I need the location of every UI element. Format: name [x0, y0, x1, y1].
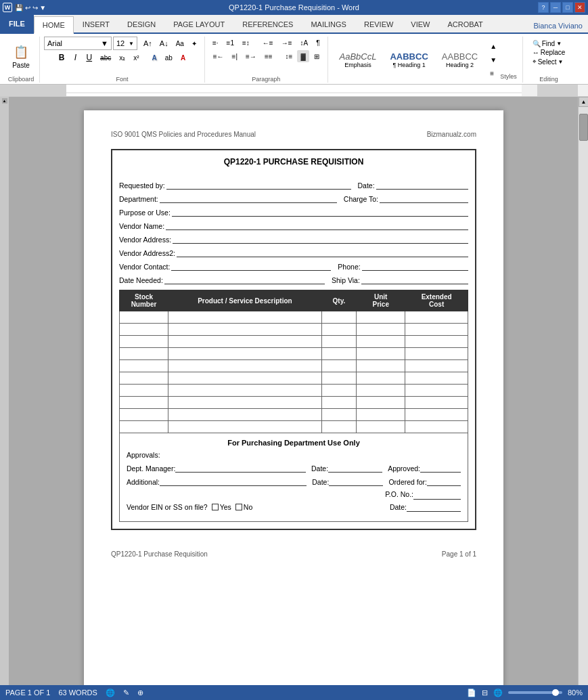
styles-more[interactable]: ≡ [487, 67, 500, 79]
table-cell [321, 360, 357, 372]
col-stock-number: StockNumber [120, 290, 168, 311]
label-requested-by: Requested by: [119, 181, 165, 190]
text-highlight-btn[interactable]: ab [162, 51, 176, 64]
table-cell [168, 409, 322, 421]
align-right-btn[interactable]: ≡→ [242, 50, 260, 62]
font-color-btn[interactable]: A [177, 51, 189, 64]
tab-view[interactable]: VIEW [402, 15, 438, 32]
table-cell [405, 348, 468, 360]
content-area: ISO 9001 QMS Policies and Procedures Man… [9, 97, 578, 700]
font-size-box[interactable]: 12 ▼ [113, 37, 137, 50]
label-vendor-contact: Vendor Contact: [119, 263, 170, 271]
page-up-btn[interactable]: ▲ [2, 98, 7, 104]
view-web-btn[interactable]: 🌐 [493, 688, 503, 697]
ruler-margin-left [0, 85, 66, 96]
increase-indent-btn[interactable]: →≡ [278, 37, 296, 49]
align-center-btn[interactable]: ≡| [229, 50, 241, 62]
justify-btn[interactable]: ≡≡ [261, 50, 276, 62]
help-btn[interactable]: ? [538, 2, 549, 13]
table-cell [357, 324, 405, 336]
sort-btn[interactable]: ↕A [296, 37, 311, 49]
table-cell [405, 336, 468, 348]
text-effects-btn[interactable]: A [149, 51, 160, 64]
tab-insert[interactable]: INSERT [74, 15, 118, 32]
align-left-btn[interactable]: ≡← [210, 50, 227, 62]
table-row [120, 336, 468, 348]
styles-scroll-down[interactable]: ▼ [487, 53, 500, 66]
table-cell [120, 421, 168, 433]
status-accessibility-icon: ⊕ [137, 688, 143, 697]
col-extended-cost: ExtendedCost [405, 290, 468, 311]
numbered-list-btn[interactable]: ≡1 [223, 37, 238, 49]
ribbon-group-paragraph: ≡· ≡1 ≡↕ ←≡ →≡ ↕A ¶ ≡← ≡| ≡→ ≡≡ ↕≡ ▓ ⊞ P… [205, 37, 328, 83]
zoom-slider[interactable] [508, 691, 562, 694]
tab-home[interactable]: HOME [34, 16, 74, 34]
footer-additional-row: Additional: Date: Ordered for: [127, 477, 461, 486]
tab-acrobat[interactable]: ACROBAT [438, 15, 491, 32]
table-cell [120, 348, 168, 360]
table-cell [357, 409, 405, 421]
label-footer-date: Date: [390, 503, 407, 511]
superscript-btn[interactable]: x² [130, 51, 142, 64]
maximize-btn[interactable]: □ [562, 2, 573, 13]
subscript-btn[interactable]: x₂ [116, 51, 129, 64]
checkbox-yes[interactable] [212, 504, 219, 510]
show-formatting-btn[interactable]: ¶ [313, 37, 323, 49]
tab-file[interactable]: FILE [0, 14, 34, 32]
paste-button[interactable]: 📋 Paste [7, 37, 35, 74]
borders-btn[interactable]: ⊞ [311, 50, 323, 62]
style-emphasis[interactable]: AaBbCcL Emphasis [334, 49, 383, 70]
font-dropdown-icon[interactable]: ▼ [101, 39, 108, 47]
purchase-requisition-form: QP1220-1 PURCHASE REQUISITION Requested … [111, 149, 476, 530]
table-row [120, 372, 468, 385]
multilevel-list-btn[interactable]: ≡↕ [239, 37, 253, 49]
minimize-btn[interactable]: ─ [550, 2, 561, 13]
decrease-indent-btn[interactable]: ←≡ [259, 37, 277, 49]
style-heading2[interactable]: AABBCC Heading 2 [436, 49, 484, 70]
line-spacing-btn[interactable]: ↕≡ [282, 50, 296, 62]
view-print-btn[interactable]: 📄 [467, 688, 476, 697]
table-cell [321, 409, 357, 421]
table-row [120, 311, 468, 324]
scroll-thumb[interactable] [579, 114, 588, 141]
italic-btn[interactable]: I [69, 51, 81, 64]
styles-scroll-up[interactable]: ▲ [487, 40, 500, 52]
clear-format-btn[interactable]: ✦ [188, 37, 200, 49]
bullet-list-btn[interactable]: ≡· [209, 37, 222, 49]
status-language-icon: 🌐 [106, 688, 115, 697]
ribbon-group-font: Arial ▼ 12 ▼ A↑ A↓ Aa ✦ B I U abc x₂ x² … [40, 37, 205, 83]
scroll-up-btn[interactable]: ▲ [579, 97, 588, 107]
font-shrink-btn[interactable]: A↓ [156, 37, 172, 49]
styles-label: Styles [500, 72, 517, 80]
close-btn[interactable]: ✕ [574, 2, 585, 13]
table-cell [168, 360, 322, 372]
underline-btn[interactable]: U [83, 51, 95, 64]
checkbox-no[interactable] [235, 504, 242, 510]
table-cell [168, 348, 322, 360]
table-cell [120, 385, 168, 397]
tab-mailings[interactable]: MAILINGS [302, 15, 355, 32]
tab-references[interactable]: REFERENCES [233, 15, 302, 32]
style-heading1[interactable]: AABBCC ¶ Heading 1 [384, 49, 434, 70]
scroll-track[interactable] [579, 107, 588, 700]
tab-design[interactable]: DESIGN [118, 15, 164, 32]
window-controls: ? ─ □ ✕ [538, 2, 585, 13]
find-btn[interactable]: 🔍 Find ▼ [533, 39, 566, 48]
select-btn[interactable]: ⌖ Select ▼ [533, 57, 566, 66]
table-cell [321, 385, 357, 397]
font-name-box[interactable]: Arial ▼ [44, 37, 112, 50]
font-grow-btn[interactable]: A↑ [140, 37, 156, 49]
scroll-right: ▲ ▼ [578, 97, 588, 700]
view-fullscreen-btn[interactable]: ⊟ [482, 688, 488, 697]
tab-page-layout[interactable]: PAGE LAYOUT [164, 15, 233, 32]
strikethrough-btn[interactable]: abc [97, 51, 114, 64]
change-case-btn[interactable]: Aa [173, 37, 187, 49]
shading-btn[interactable]: ▓ [297, 50, 309, 62]
zoom-thumb[interactable] [552, 689, 559, 696]
font-size-dropdown-icon[interactable]: ▼ [129, 41, 134, 47]
tab-review[interactable]: REVIEW [355, 15, 402, 32]
select-dropdown: ▼ [558, 59, 563, 65]
replace-btn[interactable]: ↔ Replace [533, 48, 566, 57]
footer-vendor-ein-row: Vendor EIN or SS on file? Yes No Date: [127, 502, 461, 512]
bold-btn[interactable]: B [55, 51, 68, 64]
